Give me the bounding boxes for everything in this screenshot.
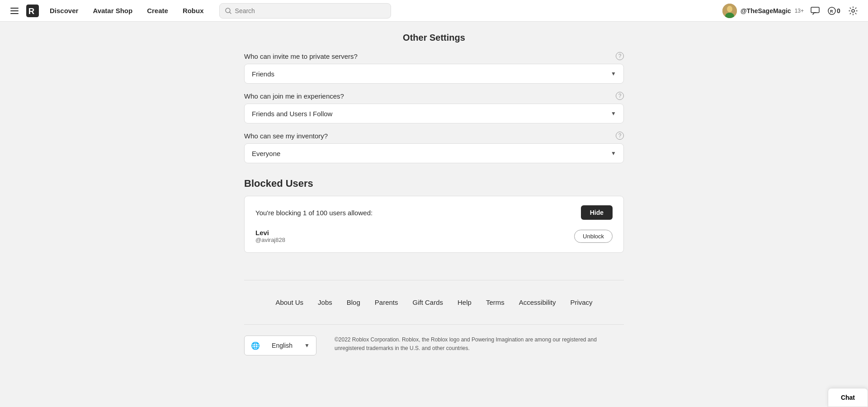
nav-link-avatar-shop[interactable]: Avatar Shop: [86, 0, 139, 22]
chevron-down-icon-2: ▼: [611, 110, 616, 117]
navbar: R Discover Avatar Shop Create Robux @The…: [0, 0, 868, 22]
svg-rect-2: [10, 13, 19, 14]
lang-chevron-icon: ▼: [304, 342, 310, 349]
inventory-value: Everyone: [252, 150, 280, 157]
globe-icon: 🌐: [251, 341, 260, 350]
join-experiences-select[interactable]: Friends and Users I Follow ▼: [244, 104, 624, 123]
blocked-header: You're blocking 1 of 100 users allowed: …: [255, 205, 613, 220]
nav-link-discover[interactable]: Discover: [43, 0, 85, 22]
join-experiences-label-row: Who can join me in experiences? ?: [244, 92, 624, 100]
search-bar[interactable]: [219, 3, 391, 19]
copyright-text: ©2022 Roblox Corporation. Roblox, the Ro…: [335, 336, 624, 353]
blocking-count-text: You're blocking 1 of 100 users allowed:: [255, 209, 373, 217]
footer-link-terms[interactable]: Terms: [486, 298, 505, 306]
inventory-select[interactable]: Everyone ▼: [244, 143, 624, 163]
hamburger-menu[interactable]: [7, 4, 22, 18]
svg-rect-0: [10, 8, 19, 9]
private-servers-label: Who can invite me to private servers?: [244, 52, 358, 60]
chat-icon: [811, 7, 820, 15]
svg-text:R: R: [830, 9, 833, 14]
svg-rect-10: [811, 7, 819, 13]
main-content: Other Settings Who can invite me to priv…: [0, 22, 868, 393]
private-servers-label-row: Who can invite me to private servers? ?: [244, 52, 624, 60]
nav-right: @TheSageMagic 13+ R 0: [722, 3, 861, 19]
blocked-user-handle: @aviraj828: [255, 237, 569, 243]
robux-count: 0: [837, 7, 840, 14]
settings-btn[interactable]: [845, 3, 861, 19]
join-experiences-value: Friends and Users I Follow: [252, 110, 332, 118]
lang-label: English: [272, 342, 292, 349]
chat-icon-btn[interactable]: [807, 3, 823, 19]
footer-link-accessibility[interactable]: Accessibility: [519, 298, 556, 306]
robux-icon: R: [828, 7, 836, 15]
robux-btn[interactable]: R 0: [826, 3, 842, 19]
blocked-user-row: Levi @aviraj828 Unblock: [255, 229, 613, 243]
footer-link-help[interactable]: Help: [458, 298, 472, 306]
roblox-logo[interactable]: R: [25, 4, 40, 18]
footer-link-about-us[interactable]: About Us: [275, 298, 303, 306]
footer-link-privacy[interactable]: Privacy: [570, 298, 592, 306]
age-badge: 13+: [795, 8, 804, 14]
chevron-down-icon-3: ▼: [611, 150, 616, 156]
nav-link-robux[interactable]: Robux: [176, 0, 210, 22]
footer-link-parents[interactable]: Parents: [375, 298, 398, 306]
search-input[interactable]: [235, 7, 385, 14]
chat-button[interactable]: Chat: [828, 388, 868, 407]
hide-button[interactable]: Hide: [581, 205, 613, 220]
search-icon: [225, 8, 231, 14]
inventory-help-icon[interactable]: ?: [616, 132, 624, 140]
chevron-down-icon: ▼: [611, 71, 616, 77]
other-settings-heading: Other Settings: [244, 33, 624, 43]
footer-link-gift-cards[interactable]: Gift Cards: [413, 298, 443, 306]
settings-container: Other Settings Who can invite me to priv…: [244, 22, 624, 393]
svg-rect-1: [10, 10, 19, 11]
inventory-label-row: Who can see my inventory? ?: [244, 132, 624, 140]
unblock-button[interactable]: Unblock: [574, 230, 613, 243]
svg-text:R: R: [28, 6, 35, 16]
inventory-row: Who can see my inventory? ? Everyone ▼: [244, 132, 624, 163]
private-servers-select[interactable]: Friends ▼: [244, 64, 624, 84]
join-experiences-label: Who can join me in experiences?: [244, 92, 344, 100]
svg-point-8: [727, 6, 732, 12]
language-selector[interactable]: 🌐 English ▼: [244, 336, 316, 355]
footer-links: About Us Jobs Blog Parents Gift Cards He…: [244, 298, 624, 306]
join-experiences-row: Who can join me in experiences? ? Friend…: [244, 92, 624, 123]
private-servers-value: Friends: [252, 70, 274, 78]
footer-link-jobs[interactable]: Jobs: [318, 298, 332, 306]
join-experiences-help-icon[interactable]: ?: [616, 92, 624, 100]
blocked-users-heading: Blocked Users: [244, 178, 624, 189]
blocked-users-card: You're blocking 1 of 100 users allowed: …: [244, 196, 624, 253]
blocked-user-info: Levi @aviraj828: [255, 229, 569, 243]
avatar: [722, 4, 737, 18]
blocked-user-name: Levi: [255, 229, 569, 237]
nav-link-create[interactable]: Create: [141, 0, 175, 22]
footer-link-blog[interactable]: Blog: [347, 298, 360, 306]
inventory-label: Who can see my inventory?: [244, 132, 328, 140]
footer-bottom: 🌐 English ▼ ©2022 Roblox Corporation. Ro…: [244, 324, 624, 366]
private-servers-help-icon[interactable]: ?: [616, 52, 624, 60]
settings-icon: [849, 6, 858, 15]
username-label: @TheSageMagic: [741, 7, 791, 14]
private-servers-row: Who can invite me to private servers? ? …: [244, 52, 624, 84]
svg-line-6: [230, 12, 231, 14]
footer: About Us Jobs Blog Parents Gift Cards He…: [244, 280, 624, 366]
svg-point-13: [852, 9, 854, 12]
